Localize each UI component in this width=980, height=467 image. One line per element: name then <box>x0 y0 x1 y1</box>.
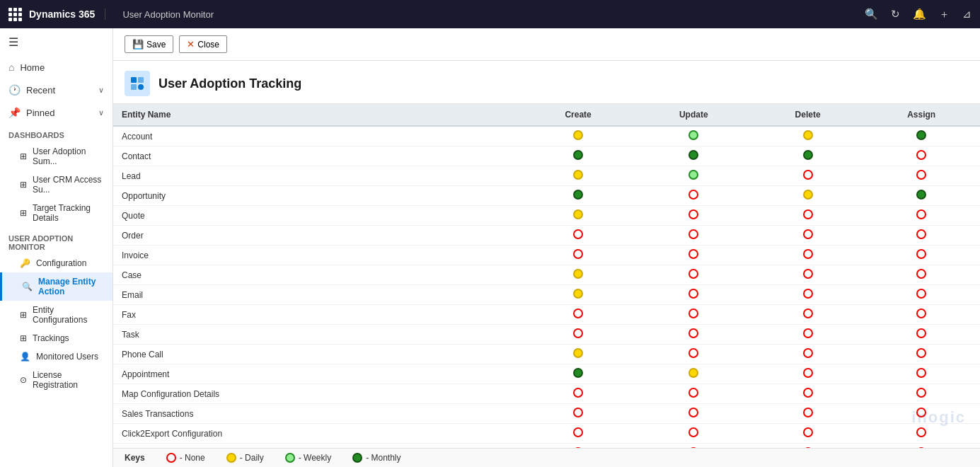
create-cell[interactable] <box>522 345 635 364</box>
update-cell[interactable] <box>635 246 753 265</box>
table-row[interactable]: Case <box>113 265 980 285</box>
assign-cell[interactable] <box>863 186 980 206</box>
delete-cell[interactable] <box>753 424 863 444</box>
assign-cell[interactable] <box>863 364 980 384</box>
table-row[interactable]: Order <box>113 226 980 246</box>
update-cell[interactable] <box>635 325 753 345</box>
delete-cell[interactable] <box>753 226 863 246</box>
delete-cell[interactable] <box>753 384 863 404</box>
table-container[interactable]: Entity Name Create Update Delete Assign … <box>113 104 980 448</box>
assign-cell[interactable] <box>863 325 980 345</box>
assign-cell[interactable] <box>863 285 980 305</box>
close-button[interactable]: ✕ Close <box>179 35 227 53</box>
table-row[interactable]: Appointment <box>113 364 980 384</box>
assign-cell[interactable] <box>863 265 980 285</box>
create-cell[interactable] <box>522 424 635 444</box>
sidebar-item-user-adoption-sum[interactable]: ⊞ User Adoption Sum... <box>0 142 113 171</box>
table-row[interactable]: Invoice <box>113 246 980 265</box>
create-cell[interactable] <box>522 166 635 186</box>
sidebar-item-home[interactable]: ⌂ Home <box>0 56 113 79</box>
delete-cell[interactable] <box>753 206 863 226</box>
create-cell[interactable] <box>522 285 635 305</box>
delete-cell[interactable] <box>753 325 863 345</box>
sidebar-item-recent[interactable]: 🕐 Recent ∨ <box>0 79 113 101</box>
update-cell[interactable] <box>635 166 753 186</box>
assign-cell[interactable] <box>863 146 980 166</box>
table-row[interactable]: Email <box>113 285 980 305</box>
delete-cell[interactable] <box>753 364 863 384</box>
assign-cell[interactable] <box>863 166 980 186</box>
create-cell[interactable] <box>522 226 635 246</box>
table-row[interactable]: Fax <box>113 305 980 325</box>
create-cell[interactable] <box>522 126 635 146</box>
create-cell[interactable] <box>522 404 635 424</box>
assign-cell[interactable] <box>863 246 980 265</box>
table-row[interactable]: Lead <box>113 166 980 186</box>
sidebar-item-target-tracking[interactable]: ⊞ Target Tracking Details <box>0 199 113 227</box>
delete-cell[interactable] <box>753 404 863 424</box>
table-row[interactable]: Contact <box>113 146 980 166</box>
filter-icon[interactable]: ⊿ <box>962 8 972 21</box>
assign-cell[interactable] <box>863 384 980 404</box>
assign-cell[interactable] <box>863 126 980 146</box>
table-row[interactable]: UserMobileOfflineProfileMembership <box>113 444 980 449</box>
delete-cell[interactable] <box>753 126 863 146</box>
update-cell[interactable] <box>635 126 753 146</box>
notifications-icon[interactable]: 🔔 <box>913 8 926 21</box>
sidebar-item-pinned[interactable]: 📌 Pinned ∨ <box>0 101 113 124</box>
delete-cell[interactable] <box>753 146 863 166</box>
sidebar-item-entity-configurations[interactable]: ⊞ Entity Configurations <box>0 301 113 329</box>
delete-cell[interactable] <box>753 186 863 206</box>
table-row[interactable]: Task <box>113 325 980 345</box>
update-cell[interactable] <box>635 384 753 404</box>
sidebar-item-monitored-users[interactable]: 👤 Monitored Users <box>0 347 113 366</box>
app-launcher-icon[interactable] <box>8 8 22 21</box>
sidebar-item-trackings[interactable]: ⊞ Trackings <box>0 329 113 347</box>
update-cell[interactable] <box>635 305 753 325</box>
update-cell[interactable] <box>635 345 753 364</box>
update-cell[interactable] <box>635 226 753 246</box>
delete-cell[interactable] <box>753 166 863 186</box>
create-cell[interactable] <box>522 265 635 285</box>
create-cell[interactable] <box>522 186 635 206</box>
assign-cell[interactable] <box>863 305 980 325</box>
table-row[interactable]: Phone Call <box>113 345 980 364</box>
update-cell[interactable] <box>635 424 753 444</box>
create-cell[interactable] <box>522 206 635 226</box>
table-row[interactable]: Sales Transactions <box>113 404 980 424</box>
create-cell[interactable] <box>522 246 635 265</box>
assign-cell[interactable] <box>863 345 980 364</box>
delete-cell[interactable] <box>753 345 863 364</box>
create-cell[interactable] <box>522 305 635 325</box>
table-row[interactable]: Quote <box>113 206 980 226</box>
assign-cell[interactable] <box>863 424 980 444</box>
save-button[interactable]: 💾 Save <box>125 35 173 53</box>
sidebar-item-manage-entity-action[interactable]: 🔍 Manage Entity Action <box>0 272 113 301</box>
create-cell[interactable] <box>522 146 635 166</box>
sidebar-item-user-crm[interactable]: ⊞ User CRM Access Su... <box>0 171 113 199</box>
update-cell[interactable] <box>635 444 753 449</box>
delete-cell[interactable] <box>753 305 863 325</box>
refresh-icon[interactable]: ↻ <box>891 8 900 21</box>
delete-cell[interactable] <box>753 285 863 305</box>
sidebar-item-configuration[interactable]: 🔑 Configuration <box>0 254 113 272</box>
assign-cell[interactable] <box>863 226 980 246</box>
update-cell[interactable] <box>635 206 753 226</box>
delete-cell[interactable] <box>753 444 863 449</box>
update-cell[interactable] <box>635 285 753 305</box>
create-cell[interactable] <box>522 444 635 449</box>
table-row[interactable]: Account <box>113 126 980 146</box>
sidebar-item-license[interactable]: ⊙ License Registration <box>0 366 113 394</box>
create-cell[interactable] <box>522 325 635 345</box>
table-row[interactable]: Opportunity <box>113 186 980 206</box>
assign-cell[interactable] <box>863 404 980 424</box>
search-icon[interactable]: 🔍 <box>865 8 878 21</box>
sidebar-toggle[interactable]: ☰ <box>0 28 113 56</box>
update-cell[interactable] <box>635 265 753 285</box>
table-row[interactable]: Map Configuration Details <box>113 384 980 404</box>
create-cell[interactable] <box>522 384 635 404</box>
create-cell[interactable] <box>522 364 635 384</box>
update-cell[interactable] <box>635 186 753 206</box>
assign-cell[interactable] <box>863 206 980 226</box>
delete-cell[interactable] <box>753 265 863 285</box>
